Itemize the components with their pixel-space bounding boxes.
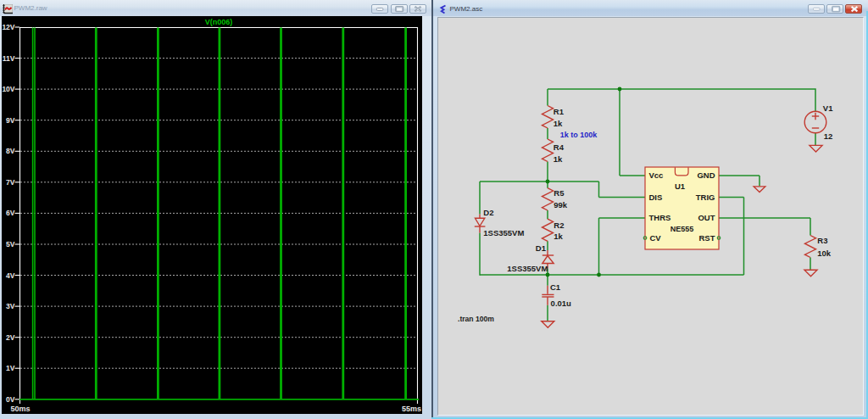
svg-text:R3: R3	[817, 236, 827, 245]
svg-text:C1: C1	[550, 282, 561, 292]
svg-text:3V: 3V	[6, 302, 15, 310]
svg-text:V1: V1	[823, 103, 833, 113]
svg-text:D1: D1	[536, 243, 547, 253]
svg-text:R2: R2	[554, 221, 564, 230]
svg-text:7V: 7V	[6, 178, 15, 187]
svg-text:DIS: DIS	[649, 193, 663, 202]
svg-text:5V: 5V	[6, 240, 15, 249]
svg-text:4V: 4V	[6, 271, 15, 280]
svg-text:50ms: 50ms	[11, 405, 31, 413]
svg-text:U1: U1	[675, 182, 686, 191]
svg-text:12V: 12V	[2, 23, 14, 31]
svg-text:OUT: OUT	[698, 213, 715, 222]
svg-text:V(n006): V(n006)	[205, 18, 233, 26]
svg-text:GND: GND	[697, 170, 715, 180]
svg-text:TRIG: TRIG	[696, 193, 715, 202]
svg-text:CV: CV	[650, 233, 662, 243]
svg-text:8V: 8V	[6, 147, 15, 155]
svg-text:11V: 11V	[3, 54, 15, 63]
svg-text:6V: 6V	[6, 209, 15, 217]
svg-text:D2: D2	[483, 208, 493, 217]
svg-text:R1: R1	[554, 107, 565, 116]
svg-text:12: 12	[824, 131, 833, 141]
svg-text:0V: 0V	[6, 395, 15, 404]
svg-text:1k: 1k	[554, 232, 563, 241]
svg-text:1k: 1k	[554, 119, 563, 128]
svg-text:1k: 1k	[554, 154, 563, 164]
svg-text:RST: RST	[699, 233, 715, 243]
svg-text:10k: 10k	[817, 249, 832, 258]
svg-text:55ms: 55ms	[402, 405, 421, 413]
svg-text:R4: R4	[554, 142, 565, 152]
svg-text:9V: 9V	[6, 116, 15, 125]
svg-text:THRS: THRS	[649, 213, 671, 222]
svg-text:2V: 2V	[6, 333, 15, 342]
svg-text:10V: 10V	[2, 85, 14, 93]
svg-text:1V: 1V	[6, 364, 15, 372]
svg-text:99k: 99k	[554, 200, 568, 210]
svg-text:NE555: NE555	[670, 225, 694, 233]
svg-text:Vcc: Vcc	[649, 170, 664, 180]
svg-text:0.01u: 0.01u	[551, 299, 571, 308]
svg-text:.tran 100m: .tran 100m	[458, 315, 494, 323]
svg-text:1k to 100k: 1k to 100k	[560, 131, 598, 139]
svg-text:R5: R5	[554, 188, 565, 198]
svg-text:1SS355VM: 1SS355VM	[507, 264, 548, 273]
svg-text:1SS355VM: 1SS355VM	[483, 228, 524, 237]
